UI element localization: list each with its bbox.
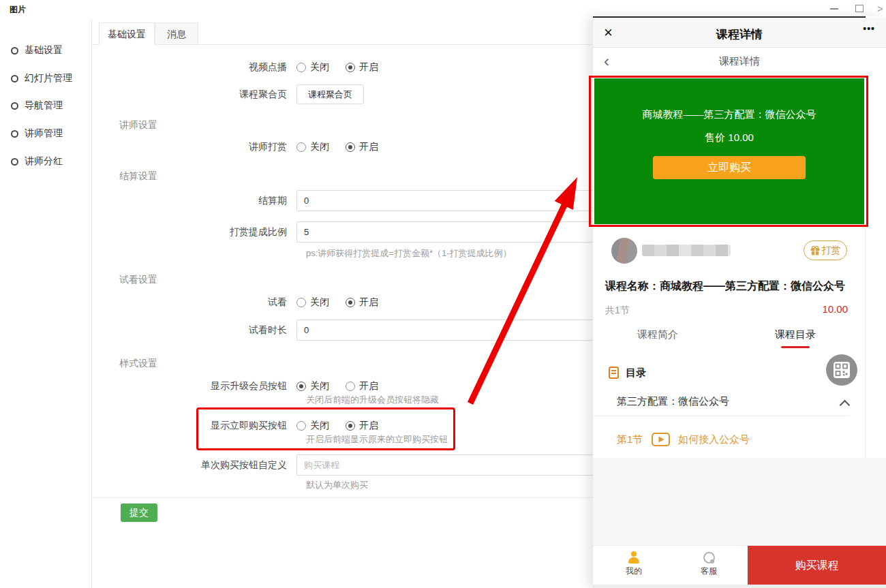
- circle-icon: [11, 75, 18, 82]
- chapter-divider: [593, 416, 849, 416]
- radio-video-on[interactable]: 开启: [346, 61, 378, 74]
- radio-label: 开启: [359, 420, 378, 432]
- radio-icon[interactable]: [296, 421, 306, 431]
- radio-icon[interactable]: [296, 142, 306, 152]
- lesson-count: 共1节: [605, 305, 630, 317]
- field-label: 视频点播: [92, 61, 296, 74]
- circle-icon: [11, 158, 18, 166]
- sidebar-item-teachers[interactable]: 讲师管理: [11, 127, 63, 140]
- section-style-settings: 样式设置: [119, 358, 157, 370]
- radio-label: 关闭: [310, 61, 329, 74]
- buy-now-button[interactable]: 立即购买: [653, 156, 806, 179]
- sidebar-item-label: 导航管理: [25, 99, 63, 112]
- app-title: 课程详情: [593, 55, 886, 68]
- chevron-up-icon[interactable]: [840, 400, 851, 411]
- content-right-edge: [865, 228, 866, 486]
- sidebar-item-teacher-dividend[interactable]: 讲师分红: [11, 155, 63, 168]
- radio-buynow-on[interactable]: 开启: [346, 420, 378, 432]
- headset-icon: [703, 552, 715, 563]
- radio-upgrade-off[interactable]: 关闭: [296, 380, 329, 392]
- sidebar-item-label: 基础设置: [25, 44, 63, 57]
- active-tab-underline: [781, 346, 810, 348]
- radio-reward-off[interactable]: 关闭: [296, 141, 329, 153]
- buynow-note: 开启后前端显示原来的立即购买按钮: [306, 433, 448, 446]
- nav-customer-service[interactable]: 客服: [688, 551, 729, 577]
- window-titlebar: 图片 >: [0, 0, 886, 18]
- section-settlement-settings: 结算设置: [119, 170, 157, 183]
- chevron-right-icon[interactable]: >: [877, 3, 883, 14]
- qr-icon: [834, 362, 850, 378]
- radio-label: 关闭: [310, 141, 329, 153]
- more-icon[interactable]: •••: [863, 23, 875, 34]
- minimize-icon[interactable]: [830, 8, 838, 10]
- nav-label: 我的: [626, 566, 642, 577]
- radio-selected-icon[interactable]: [346, 63, 355, 72]
- reward-button-label: 打赏: [822, 245, 841, 257]
- radio-icon[interactable]: [296, 63, 306, 72]
- blurred-username: [642, 245, 731, 256]
- radio-video-off[interactable]: 关闭: [296, 61, 329, 74]
- catalog-icon: [609, 367, 619, 379]
- radio-buynow-off[interactable]: 关闭: [296, 420, 329, 432]
- sidebar: 基础设置 幻灯片管理 导航管理 讲师管理 讲师分红: [0, 18, 92, 588]
- lesson-title[interactable]: 如何接入公众号: [678, 433, 750, 446]
- tab-course-intro[interactable]: 课程简介: [603, 328, 712, 341]
- chapter-title[interactable]: 第三方配置：微信公众号: [617, 395, 729, 408]
- phone-bottom-bar: 我的 客服 购买课程: [593, 545, 886, 585]
- form-row-aggregate: 课程聚合页 课程聚合页: [92, 84, 364, 104]
- avatar: [611, 238, 637, 264]
- field-label: 单次购买按钮自定义: [92, 459, 296, 471]
- form-row-trial: 试看 关闭 开启: [92, 296, 378, 309]
- circle-icon: [11, 47, 18, 55]
- qr-code-button[interactable]: [826, 354, 857, 386]
- radio-reward-on[interactable]: 开启: [346, 141, 378, 153]
- course-price: 10.00: [822, 303, 848, 315]
- radio-trial-on[interactable]: 开启: [346, 296, 378, 309]
- radio-trial-off[interactable]: 关闭: [296, 296, 329, 309]
- radio-selected-icon[interactable]: [346, 421, 355, 431]
- radio-selected-icon[interactable]: [346, 298, 355, 307]
- radio-label: 关闭: [310, 296, 329, 309]
- wechat-titlebar: × 课程详情 •••: [593, 18, 886, 48]
- tab-course-catalog[interactable]: 课程目录: [741, 328, 850, 341]
- nav-mine[interactable]: 我的: [613, 551, 654, 577]
- sidebar-item-navigation[interactable]: 导航管理: [11, 99, 63, 112]
- wechat-title: 课程详情: [593, 27, 886, 42]
- reward-button[interactable]: 打赏: [804, 241, 847, 260]
- radio-upgrade-on[interactable]: 开启: [346, 380, 378, 392]
- form-row-video: 视频点播 关闭 开启: [92, 61, 378, 74]
- buy-course-button[interactable]: 购买课程: [748, 546, 886, 585]
- hero-price: 售价 10.00: [594, 131, 864, 144]
- custom-note: 默认为单次购买: [306, 479, 368, 491]
- radio-icon[interactable]: [296, 298, 306, 307]
- empty-area: [593, 458, 886, 545]
- radio-selected-icon[interactable]: [346, 142, 355, 152]
- sidebar-item-label: 讲师分红: [25, 155, 63, 168]
- radio-label: 关闭: [310, 380, 329, 392]
- radio-label: 开启: [359, 141, 378, 153]
- radio-label: 开启: [359, 296, 378, 309]
- submit-button[interactable]: 提交: [121, 504, 157, 522]
- field-label: 试看: [92, 296, 296, 309]
- radio-icon[interactable]: [346, 382, 355, 391]
- lesson-number: 第1节: [617, 433, 643, 446]
- radio-label: 关闭: [310, 420, 329, 432]
- hero-course-title: 商城教程——第三方配置：微信公众号: [594, 108, 864, 121]
- sidebar-item-basic-settings[interactable]: 基础设置: [11, 44, 63, 57]
- sidebar-item-label: 讲师管理: [25, 127, 63, 140]
- sidebar-item-slides[interactable]: 幻灯片管理: [11, 72, 72, 84]
- phone-bottom-strip: [593, 585, 886, 588]
- ratio-note: ps:讲师获得打赏提成=打赏金额*（1-打赏提成比例）: [306, 247, 512, 260]
- window-title: 图片: [10, 4, 26, 16]
- gift-icon: [810, 246, 820, 256]
- phone-preview: × 课程详情 ••• ‹ 课程详情 商城教程——第三方配置：微信公众号 售价 1…: [593, 16, 886, 588]
- tab-basic-settings[interactable]: 基础设置: [99, 22, 155, 45]
- radio-selected-icon[interactable]: [296, 382, 306, 391]
- maximize-icon[interactable]: [855, 5, 864, 12]
- section-trial-settings: 试看设置: [119, 274, 157, 286]
- field-label: 显示升级会员按钮: [92, 380, 296, 392]
- upgrade-note: 关闭后前端的升级会员按钮将隐藏: [306, 394, 439, 406]
- tab-message[interactable]: 消息: [155, 22, 198, 45]
- field-label: 试看时长: [92, 324, 296, 337]
- aggregate-page-button[interactable]: 课程聚合页: [296, 84, 364, 104]
